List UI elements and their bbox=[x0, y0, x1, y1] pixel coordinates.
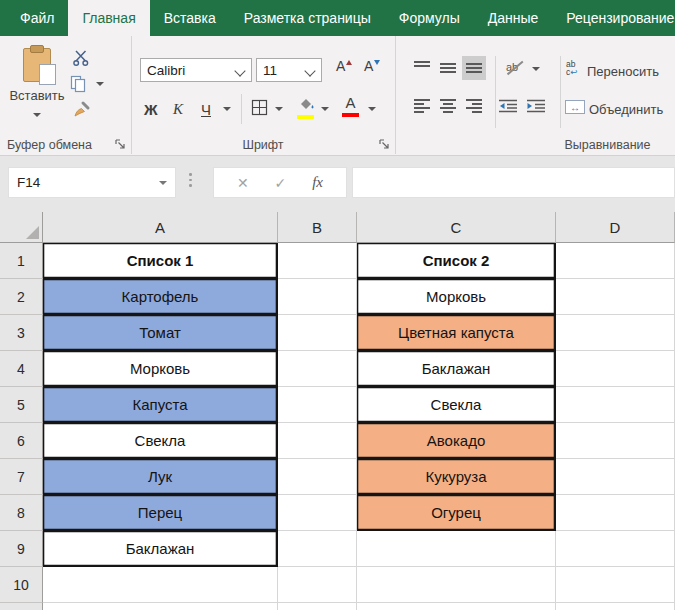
cell-c4[interactable]: Баклажан bbox=[357, 351, 556, 387]
cell-a8[interactable]: Перец bbox=[43, 495, 278, 531]
fill-color-dropdown-arrow-icon[interactable] bbox=[321, 107, 329, 111]
cell-c2[interactable]: Морковь bbox=[357, 279, 556, 315]
cell-a4[interactable]: Морковь bbox=[43, 351, 278, 387]
cell-a9[interactable]: Баклажан bbox=[43, 531, 278, 567]
cell-d7[interactable] bbox=[556, 459, 675, 495]
tab-file[interactable]: Файл bbox=[6, 0, 68, 36]
row-header-3[interactable]: 3 bbox=[0, 315, 43, 351]
cell-a11[interactable] bbox=[43, 603, 278, 610]
row-header-2[interactable]: 2 bbox=[0, 279, 43, 315]
align-left-button[interactable] bbox=[410, 94, 434, 118]
align-top-button[interactable] bbox=[410, 56, 434, 80]
format-painter-button[interactable] bbox=[72, 100, 94, 120]
cell-b4[interactable] bbox=[278, 351, 357, 387]
cell-c8[interactable]: Огурец bbox=[357, 495, 556, 531]
wrap-text-button[interactable]: ab c↩ bbox=[566, 60, 577, 76]
cell-d8[interactable] bbox=[556, 495, 675, 531]
cell-d6[interactable] bbox=[556, 423, 675, 459]
cell-a3[interactable]: Томат bbox=[43, 315, 278, 351]
cell-c7[interactable]: Кукуруза bbox=[357, 459, 556, 495]
cell-d10[interactable] bbox=[556, 567, 675, 603]
cell-d2[interactable] bbox=[556, 279, 675, 315]
cell-c3[interactable]: Цветная капуста bbox=[357, 315, 556, 351]
select-all-corner[interactable] bbox=[0, 212, 43, 243]
cell-b7[interactable] bbox=[278, 459, 357, 495]
cell-a5[interactable]: Капуста bbox=[43, 387, 278, 423]
cell-d9[interactable] bbox=[556, 531, 675, 567]
cell-d4[interactable] bbox=[556, 351, 675, 387]
cell-b10[interactable] bbox=[278, 567, 357, 603]
row-header-9[interactable]: 9 bbox=[0, 531, 43, 567]
cell-b9[interactable] bbox=[278, 531, 357, 567]
borders-button[interactable] bbox=[251, 99, 268, 120]
name-box[interactable]: F14 bbox=[8, 167, 176, 198]
cell-a2[interactable]: Картофель bbox=[43, 279, 278, 315]
formula-input[interactable] bbox=[352, 167, 675, 198]
copy-button[interactable] bbox=[70, 75, 92, 95]
underline-button[interactable]: Ч bbox=[201, 96, 211, 122]
cell-b1[interactable] bbox=[278, 243, 357, 279]
cell-d3[interactable] bbox=[556, 315, 675, 351]
cell-d5[interactable] bbox=[556, 387, 675, 423]
decrease-font-size-button[interactable]: А bbox=[364, 60, 380, 72]
italic-button[interactable]: К bbox=[173, 96, 183, 122]
row-header-4[interactable]: 4 bbox=[0, 351, 43, 387]
row-header-6[interactable]: 6 bbox=[0, 423, 43, 459]
row-header-10[interactable]: 10 bbox=[0, 567, 43, 603]
font-size-combobox[interactable]: 11 bbox=[256, 58, 322, 82]
copy-dropdown-arrow-icon[interactable] bbox=[96, 82, 104, 86]
cell-a6[interactable]: Свекла bbox=[43, 423, 278, 459]
tab-home[interactable]: Главная bbox=[68, 0, 149, 36]
enter-button[interactable]: ✓ bbox=[275, 175, 287, 191]
align-bottom-button[interactable] bbox=[462, 56, 486, 80]
cell-b11[interactable] bbox=[278, 603, 357, 610]
cell-c6[interactable]: Авокадо bbox=[357, 423, 556, 459]
row-header-7[interactable]: 7 bbox=[0, 459, 43, 495]
cell-c9[interactable] bbox=[357, 531, 556, 567]
name-box-dropdown-arrow-icon[interactable] bbox=[159, 181, 167, 185]
merge-center-label[interactable]: Объединить bbox=[589, 102, 663, 117]
increase-font-size-button[interactable]: А bbox=[336, 60, 352, 72]
row-header-8[interactable]: 8 bbox=[0, 495, 43, 531]
insert-function-button[interactable]: fx bbox=[312, 174, 323, 191]
col-header-b[interactable]: B bbox=[278, 212, 357, 243]
row-header-11[interactable]: 11 bbox=[0, 603, 43, 610]
merge-center-button[interactable]: ↔ bbox=[565, 100, 585, 114]
decrease-indent-button[interactable] bbox=[496, 94, 520, 118]
clipboard-dialog-launcher-icon[interactable] bbox=[114, 138, 126, 150]
tab-page-layout[interactable]: Разметка страницы bbox=[230, 0, 385, 36]
orientation-dropdown-arrow-icon[interactable] bbox=[532, 67, 540, 71]
font-name-combobox[interactable]: Calibri bbox=[140, 58, 252, 82]
font-color-button[interactable]: А bbox=[342, 94, 359, 117]
formula-bar-drag-handle[interactable] bbox=[189, 173, 192, 187]
cell-a10[interactable] bbox=[43, 567, 278, 603]
cell-b3[interactable] bbox=[278, 315, 357, 351]
wrap-text-label[interactable]: Переносить bbox=[587, 64, 659, 79]
align-right-button[interactable] bbox=[462, 94, 486, 118]
align-center-button[interactable] bbox=[436, 94, 460, 118]
cell-c10[interactable] bbox=[357, 567, 556, 603]
cell-c5[interactable]: Свекла bbox=[357, 387, 556, 423]
cancel-button[interactable]: ✕ bbox=[237, 175, 249, 191]
row-header-1[interactable]: 1 bbox=[0, 243, 43, 279]
cell-a1[interactable]: Список 1 bbox=[43, 243, 278, 279]
cut-button[interactable] bbox=[72, 49, 94, 69]
font-color-dropdown-arrow-icon[interactable] bbox=[368, 107, 376, 111]
cell-c1[interactable]: Список 2 bbox=[357, 243, 556, 279]
increase-indent-button[interactable] bbox=[524, 94, 548, 118]
tab-data[interactable]: Данные bbox=[474, 0, 553, 36]
row-header-5[interactable]: 5 bbox=[0, 387, 43, 423]
tab-insert[interactable]: Вставка bbox=[150, 0, 230, 36]
cell-c11[interactable] bbox=[357, 603, 556, 610]
paste-dropdown-arrow-icon[interactable] bbox=[33, 113, 41, 117]
paste-button[interactable]: Вставить bbox=[6, 42, 68, 140]
col-header-d[interactable]: D bbox=[556, 212, 675, 243]
cell-a7[interactable]: Лук bbox=[43, 459, 278, 495]
tab-review[interactable]: Рецензирование bbox=[552, 0, 675, 36]
cell-b5[interactable] bbox=[278, 387, 357, 423]
col-header-a[interactable]: A bbox=[43, 212, 278, 243]
font-dialog-launcher-icon[interactable] bbox=[378, 138, 390, 150]
orientation-button[interactable]: ab bbox=[504, 56, 528, 80]
cell-b6[interactable] bbox=[278, 423, 357, 459]
bold-button[interactable]: Ж bbox=[144, 96, 158, 122]
